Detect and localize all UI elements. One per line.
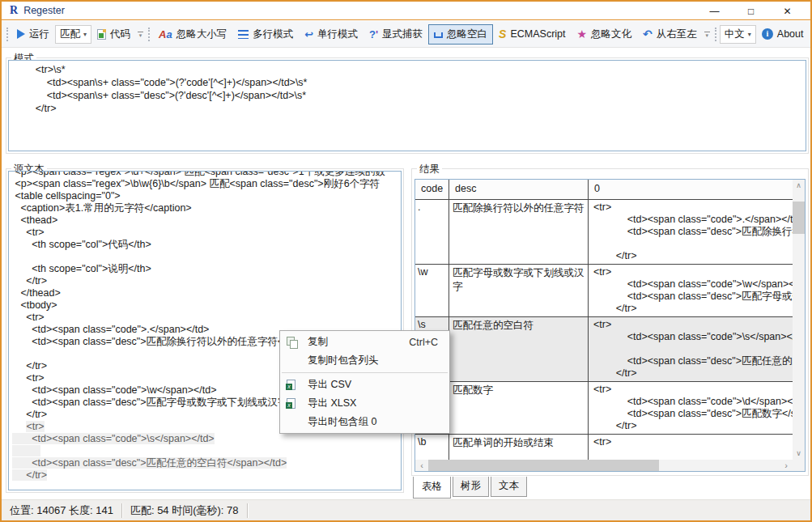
source-line: <tbody>	[12, 299, 401, 312]
table-row[interactable]: .匹配除换行符以外的任意字符<tr> <td><span class="code…	[415, 200, 793, 265]
toolbar-grip	[715, 28, 716, 41]
scroll-up-icon[interactable]: ∧	[793, 180, 805, 192]
source-line: </tr>	[12, 275, 401, 287]
source-line: <th scope="col">说明</th>	[12, 263, 401, 275]
context-menu: 复制Ctrl+C复制时包含列头导出 CSV导出 XLSX导出时包含组 0	[279, 330, 450, 434]
ignore-case-icon	[159, 29, 172, 40]
table-row[interactable]: \d匹配数字<tr> <td><span class="code">\d</sp…	[415, 382, 793, 435]
toolbar-overflow-icon[interactable]: ▾	[138, 32, 143, 37]
menu-item-label: 导出 XLSX	[308, 397, 438, 410]
language-dropdown[interactable]: 中文 ▾	[720, 25, 756, 44]
source-line: <td><span class="code">\s</span></td>	[12, 433, 401, 445]
source-line	[12, 251, 401, 263]
match-mode-dropdown[interactable]: 匹配 ▾	[55, 25, 91, 44]
code-button[interactable]: 代码	[91, 24, 136, 45]
results-group-label: 结果	[417, 163, 442, 176]
source-line: </tr>	[12, 469, 401, 482]
tab-table[interactable]: 表格	[413, 477, 451, 499]
source-line: <tr>	[12, 312, 401, 324]
menu-item[interactable]: 导出 CSV	[280, 376, 449, 394]
vertical-scroll-thumb[interactable]	[793, 202, 805, 234]
about-button[interactable]: About	[756, 25, 810, 43]
ignore-whitespace-icon	[434, 32, 443, 38]
ignore-whitespace-toggle[interactable]: 忽略空白	[428, 24, 493, 45]
scroll-right-icon[interactable]: ›	[780, 460, 793, 471]
code-file-icon	[97, 29, 106, 40]
maximize-button[interactable]: □	[733, 2, 769, 20]
pattern-editor[interactable]: <tr>\s* <td><span\s+ class="code">(?'cod…	[8, 60, 806, 151]
scroll-left-icon[interactable]: ‹	[415, 460, 428, 471]
multiline-label: 多行模式	[253, 28, 293, 41]
close-button[interactable]: ✕	[769, 2, 806, 20]
menu-item[interactable]: 导出 XLSX	[280, 394, 449, 413]
table-row[interactable]: \w匹配字母或数字或下划线或汉字<tr> <td><span class="co…	[415, 265, 793, 317]
toolbar-grip	[148, 28, 150, 41]
status-bar: 位置: 14067 长度: 141 匹配: 54 时间(毫秒): 78	[2, 499, 810, 520]
about-label: About	[777, 28, 804, 40]
run-button[interactable]: 运行	[11, 24, 55, 45]
ignore-culture-toggle[interactable]: 忽略文化	[572, 24, 638, 45]
titlebar: R Regester — □ ✕	[2, 2, 810, 20]
column-header[interactable]: code	[415, 180, 449, 199]
multiline-icon	[238, 30, 249, 39]
right-to-left-toggle[interactable]: 从右至左	[637, 24, 703, 45]
tab-text[interactable]: 文本	[491, 477, 527, 497]
explicit-capture-label: 显式捕获	[382, 28, 423, 41]
menu-item[interactable]: 复制时包含列头	[280, 351, 449, 370]
pattern-group: 模式 <tr>\s* <td><span\s+ class="code">(?'…	[6, 57, 809, 154]
menu-item-label: 复制时包含列头	[308, 354, 438, 367]
horizontal-scroll-thumb[interactable]	[428, 460, 659, 471]
copy-icon	[287, 337, 308, 348]
chevron-down-icon: ▾	[748, 31, 751, 38]
ignore-case-label: 忽略大小写	[176, 28, 227, 41]
results-rows: .匹配除换行符以外的任意字符<tr> <td><span class="code…	[415, 200, 793, 460]
window-title: Regester	[23, 5, 65, 16]
source-line	[12, 445, 401, 457]
source-line: <td><span class="desc">匹配任意的空白符</span></…	[12, 457, 401, 469]
multiline-toggle[interactable]: 多行模式	[232, 24, 299, 45]
explicit-capture-toggle[interactable]: 显式捕获	[363, 24, 428, 45]
horizontal-scrollbar[interactable]: ‹ ›	[415, 460, 793, 471]
source-line: <p><span class="regex">\d+</span> 匹配<spa…	[12, 171, 401, 178]
singleline-icon	[304, 29, 313, 40]
context-menu-items: 复制Ctrl+C复制时包含列头导出 CSV导出 XLSX导出时包含组 0	[280, 333, 449, 431]
ignore-whitespace-label: 忽略空白	[447, 28, 487, 41]
status-separator	[247, 503, 248, 518]
ignore-case-toggle[interactable]: 忽略大小写	[153, 24, 232, 45]
scroll-down-icon[interactable]: ∨	[793, 448, 805, 460]
status-match: 匹配: 54 时间(毫秒): 78	[122, 503, 247, 518]
explicit-capture-icon	[369, 29, 378, 40]
menu-item[interactable]: 复制Ctrl+C	[280, 333, 449, 351]
toolbar-grip	[6, 28, 8, 41]
column-header[interactable]: desc	[449, 180, 589, 199]
source-line: <tr>	[12, 227, 401, 239]
ecmascript-toggle[interactable]: ECMAScript	[493, 25, 571, 43]
ignore-culture-star-icon	[577, 29, 588, 40]
source-line: <th scope="col">代码</th>	[12, 239, 401, 251]
export-xlsx-icon	[287, 398, 308, 409]
match-mode-label: 匹配	[60, 28, 80, 41]
results-table: codedesc0 .匹配除换行符以外的任意字符<tr> <td><span c…	[415, 179, 806, 472]
tab-tree[interactable]: 树形	[453, 477, 489, 497]
pattern-text: <tr>\s* <td><span\s+ class="code">(?'cod…	[9, 61, 806, 117]
info-icon	[762, 28, 773, 40]
minimize-button[interactable]: —	[696, 2, 733, 20]
code-label: 代码	[110, 28, 130, 41]
menu-item[interactable]: 导出时包含组 0	[280, 413, 449, 431]
scrollbar-corner	[793, 460, 805, 471]
source-line: <caption>表1.常用的元字符</caption>	[12, 202, 401, 214]
toolbar-overflow-icon[interactable]: ▾	[704, 32, 710, 37]
menu-shortcut: Ctrl+C	[409, 337, 438, 348]
table-row[interactable]: \s匹配任意的空白符<tr> <td><span class="code">\s…	[415, 317, 793, 382]
table-row[interactable]: \b匹配单词的开始或结束<tr>	[415, 435, 793, 460]
menu-item-label: 导出 CSV	[308, 378, 438, 392]
vertical-scrollbar[interactable]: ∧ ∨	[793, 180, 805, 460]
status-position: 位置: 14067 长度: 141	[2, 503, 121, 518]
column-header[interactable]: 0	[589, 180, 793, 199]
ecmascript-label: ECMAScript	[510, 28, 565, 40]
run-label: 运行	[29, 28, 49, 41]
source-line: <table cellspacing="0">	[12, 190, 401, 202]
results-header: codedesc0	[415, 180, 793, 200]
ignore-culture-label: 忽略文化	[591, 28, 631, 41]
singleline-toggle[interactable]: 单行模式	[299, 24, 363, 45]
